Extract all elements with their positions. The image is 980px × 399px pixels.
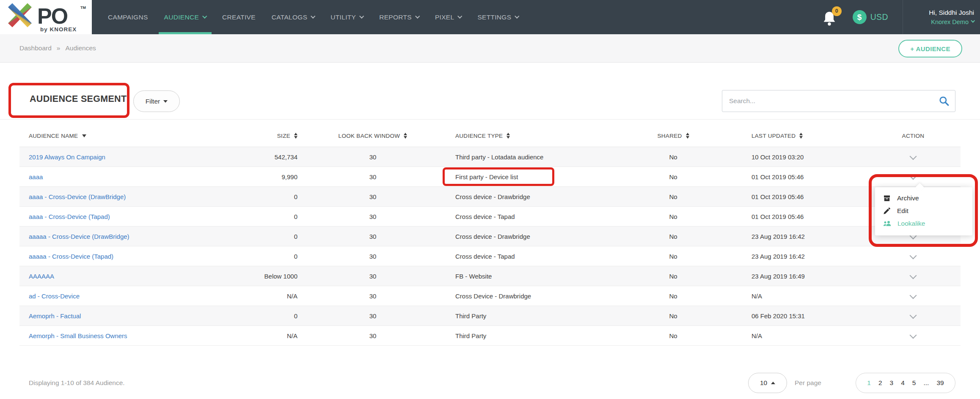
user-greeting: Hi, Siddhi Joshi xyxy=(903,9,974,16)
nav-item-pixel[interactable]: PIXEL xyxy=(427,0,469,34)
filter-button[interactable]: Filter xyxy=(133,90,180,112)
column-header-action: ACTION xyxy=(866,133,961,139)
audience-name-link[interactable]: Aemoprh - Factual xyxy=(29,312,81,320)
nav-item-label: REPORTS xyxy=(379,14,412,21)
table-row: aaaaa - Cross-Device (Tapad)030Cross dev… xyxy=(19,246,961,266)
notifications-button[interactable]: 0 xyxy=(822,7,841,27)
row-action-button[interactable] xyxy=(906,271,920,282)
nav-item-reports[interactable]: REPORTS xyxy=(371,0,427,34)
dollar-icon: $ xyxy=(853,10,867,24)
sort-down-arrow xyxy=(507,136,510,139)
column-header-shared[interactable]: SHARED xyxy=(641,133,705,139)
audience-name-link[interactable]: aaaa xyxy=(29,173,43,180)
menu-item-edit[interactable]: Edit xyxy=(875,205,972,217)
add-audience-button[interactable]: + AUDIENCE xyxy=(898,40,962,57)
shared-cell: No xyxy=(641,173,705,180)
table-row: aaaa - Cross-Device (DrawBridge)030Cross… xyxy=(19,187,961,207)
audience-name-link[interactable]: AAAAAA xyxy=(29,273,54,280)
section-divider xyxy=(0,119,980,120)
nav-item-label: UTILITY xyxy=(330,14,356,21)
sort-desc-icon xyxy=(82,134,86,137)
nav-item-catalogs[interactable]: CATALOGS xyxy=(264,0,323,34)
page-button-3[interactable]: 3 xyxy=(890,379,894,387)
nav-item-label: CREATIVE xyxy=(222,14,256,21)
audience-name-cell: 2019 Always On Campaign xyxy=(19,153,256,161)
audience-type-cell: First party - Device list xyxy=(443,173,641,180)
row-action-button[interactable] xyxy=(906,251,920,262)
column-header-size[interactable]: SIZE xyxy=(256,133,303,139)
nav-item-label: CAMPAIGNS xyxy=(108,14,148,21)
column-header-audience-type[interactable]: AUDIENCE TYPE xyxy=(443,133,641,139)
look-back-cell: 30 xyxy=(303,233,443,240)
table-row: aaaaa - Cross-Device (DrawBridge)030Cros… xyxy=(19,227,961,246)
audience-name-link[interactable]: aaaa - Cross-Device (DrawBridge) xyxy=(29,193,126,200)
per-page-value: 10 xyxy=(760,379,767,387)
size-cell: 0 xyxy=(256,312,303,320)
nav-item-label: PIXEL xyxy=(435,14,454,21)
nav-item-audience[interactable]: AUDIENCE xyxy=(156,0,215,34)
audience-name-link[interactable]: 2019 Always On Campaign xyxy=(29,153,105,161)
nav-item-campaigns[interactable]: CAMPAIGNS xyxy=(100,0,156,34)
navbar-right: 0 $ USD Hi, Siddhi Joshi Knorex Demo xyxy=(822,0,980,34)
page-button-39[interactable]: 39 xyxy=(936,379,944,387)
breadcrumb-dashboard[interactable]: Dashboard xyxy=(19,44,52,52)
nav-item-creative[interactable]: CREATIVE xyxy=(214,0,264,34)
sort-icon xyxy=(404,133,407,139)
shared-cell: No xyxy=(641,253,705,260)
page-button-2[interactable]: 2 xyxy=(878,379,882,387)
sort-up-arrow xyxy=(294,133,297,135)
audience-name-link[interactable]: aaaaa - Cross-Device (Tapad) xyxy=(29,253,113,260)
row-action-button[interactable] xyxy=(906,171,920,183)
nav-item-utility[interactable]: UTILITY xyxy=(322,0,371,34)
svg-text:by KNOREX: by KNOREX xyxy=(40,26,77,33)
per-page-label: Per page xyxy=(795,379,821,387)
caret-up-icon xyxy=(771,382,775,384)
nav-item-label: CATALOGS xyxy=(272,14,308,21)
currency-selector[interactable]: $ USD xyxy=(853,10,888,24)
column-header-look-back-window[interactable]: LOOK BACK WINDOW xyxy=(303,133,443,139)
results-summary: Displaying 1-10 of 384 Audience. xyxy=(29,379,125,387)
row-action-button[interactable] xyxy=(906,290,920,302)
search-input[interactable] xyxy=(722,90,955,112)
row-action-button[interactable] xyxy=(906,151,920,163)
sort-up-arrow xyxy=(799,133,803,135)
xpo-logo[interactable]: PO TM by KNOREX xyxy=(0,0,92,34)
chevron-down-icon xyxy=(910,292,917,299)
audience-name-link[interactable]: Aemorph - Small Business Owners xyxy=(29,332,127,339)
audience-name-cell: Aemoprh - Factual xyxy=(19,312,256,320)
menu-item-label: Lookalike xyxy=(897,220,925,227)
page-button-1[interactable]: 1 xyxy=(867,379,871,387)
nav-item-label: AUDIENCE xyxy=(164,14,199,21)
sort-up-arrow xyxy=(686,133,689,135)
sort-icon xyxy=(294,133,297,139)
user-menu[interactable]: Hi, Siddhi Joshi Knorex Demo xyxy=(903,9,980,26)
audience-name-link[interactable]: aaaaa - Cross-Device (DrawBridge) xyxy=(29,233,129,240)
column-header-audience-name[interactable]: AUDIENCE NAME xyxy=(19,133,256,139)
per-page-select[interactable]: 10 xyxy=(748,373,787,393)
size-cell: 0 xyxy=(256,233,303,240)
look-back-cell: 30 xyxy=(303,253,443,260)
menu-item-archive[interactable]: Archive xyxy=(875,192,972,205)
table-row: ad - Cross-DeviceN/A30Cross Device - Dra… xyxy=(19,286,961,306)
page-button-4[interactable]: 4 xyxy=(901,379,905,387)
menu-item-lookalike[interactable]: Lookalike xyxy=(875,217,972,230)
nav-item-settings[interactable]: SETTINGS xyxy=(469,0,526,34)
search-box xyxy=(722,90,955,112)
breadcrumb: Dashboard » Audiences xyxy=(19,44,96,52)
column-header-last-updated[interactable]: LAST UPDATED xyxy=(705,133,866,139)
column-label: LAST UPDATED xyxy=(752,133,796,139)
top-navbar: PO TM by KNOREX CAMPAIGNSAUDIENCECREATIV… xyxy=(0,0,980,34)
row-action-button[interactable] xyxy=(906,330,920,342)
audience-name-link[interactable]: aaaa - Cross-Device (Tapad) xyxy=(29,213,110,220)
last-updated-cell: N/A xyxy=(705,332,866,339)
action-cell xyxy=(866,151,961,163)
breadcrumb-audiences[interactable]: Audiences xyxy=(65,44,96,52)
sort-down-arrow xyxy=(686,136,689,139)
audience-name-cell: aaaa - Cross-Device (DrawBridge) xyxy=(19,193,256,200)
last-updated-cell: 23 Aug 2019 16:49 xyxy=(705,273,866,280)
row-action-button[interactable] xyxy=(906,310,920,322)
page-button-5[interactable]: 5 xyxy=(912,379,916,387)
audience-name-link[interactable]: ad - Cross-Device xyxy=(29,292,80,300)
action-cell xyxy=(866,310,961,322)
search-icon[interactable] xyxy=(939,96,950,107)
